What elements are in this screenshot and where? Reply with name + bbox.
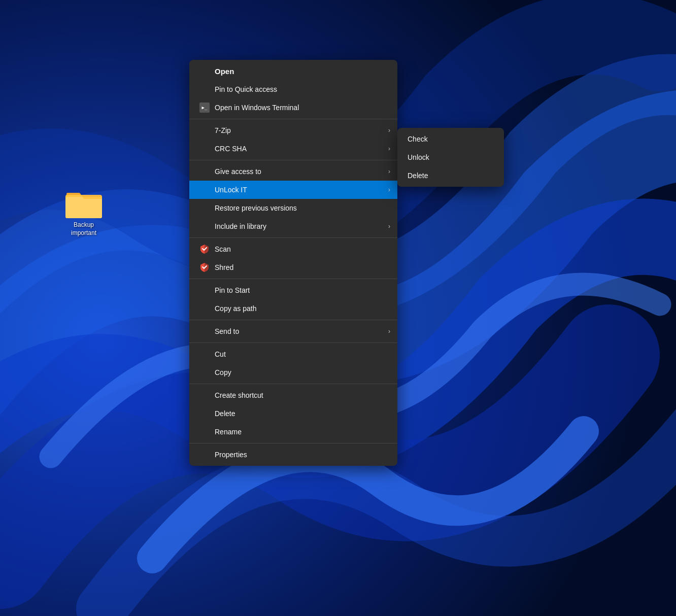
menu-icon-spacer	[199, 367, 210, 378]
terminal-icon: ▶_	[199, 102, 210, 113]
menu-item-copy[interactable]: Copy	[189, 363, 397, 382]
menu-item-open[interactable]: Open	[189, 62, 397, 80]
menu-item-label-crc-sha: CRC SHA	[215, 145, 387, 153]
menu-icon-spacer	[199, 349, 210, 359]
menu-icon-spacer	[199, 408, 210, 419]
menu-item-label-rename: Rename	[215, 428, 387, 436]
menu-icon-spacer	[199, 285, 210, 295]
menu-icon-spacer	[199, 125, 210, 135]
menu-separator	[189, 320, 397, 320]
menu-item-label-send-to: Send to	[215, 327, 387, 335]
menu-separator	[189, 279, 397, 279]
submenu-arrow-icon: ›	[388, 127, 390, 134]
menu-item-label-open-terminal: Open in Windows Terminal	[215, 104, 387, 112]
submenu-item-unlock[interactable]: Unlock	[397, 148, 504, 166]
mcafee-icon	[199, 262, 210, 272]
menu-item-label-cut: Cut	[215, 350, 387, 358]
menu-item-label-7zip: 7-Zip	[215, 126, 387, 134]
menu-item-label-pin-start: Pin to Start	[215, 286, 387, 294]
submenu-item-check[interactable]: Check	[397, 130, 504, 148]
menu-item-label-properties: Properties	[215, 451, 387, 459]
menu-item-label-copy: Copy	[215, 368, 387, 377]
mcafee-icon	[199, 244, 210, 254]
menu-separator	[189, 384, 397, 384]
menu-item-crc-sha[interactable]: CRC SHA›	[189, 140, 397, 158]
menu-item-label-delete: Delete	[215, 409, 387, 418]
menu-item-delete[interactable]: Delete	[189, 404, 397, 423]
menu-icon-spacer	[199, 303, 210, 314]
menu-separator	[189, 443, 397, 443]
menu-separator	[189, 119, 397, 119]
menu-icon-spacer	[199, 221, 210, 231]
menu-separator	[189, 343, 397, 343]
submenu-unlock-it: CheckUnlockDelete	[397, 128, 504, 187]
menu-icon-spacer	[199, 390, 210, 400]
submenu-arrow-icon: ›	[388, 186, 390, 193]
desktop-icon-backup[interactable]: Backup important	[61, 188, 107, 237]
menu-icon-spacer	[199, 450, 210, 460]
menu-item-pin-quick-access[interactable]: Pin to Quick access	[189, 80, 397, 98]
menu-item-label-scan: Scan	[215, 245, 387, 253]
menu-icon-spacer	[199, 185, 210, 195]
submenu-arrow-icon: ›	[388, 223, 390, 230]
menu-item-pin-start[interactable]: Pin to Start	[189, 281, 397, 299]
menu-item-unlock-it[interactable]: UnLock IT›	[189, 181, 397, 199]
menu-item-label-copy-as-path: Copy as path	[215, 304, 387, 313]
menu-item-shred[interactable]: Shred	[189, 258, 397, 277]
menu-item-7zip[interactable]: 7-Zip›	[189, 121, 397, 140]
submenu-arrow-icon: ›	[388, 328, 390, 335]
menu-item-label-open: Open	[215, 67, 387, 76]
menu-icon-spacer	[199, 203, 210, 213]
menu-icon-spacer	[199, 84, 210, 94]
menu-item-create-shortcut[interactable]: Create shortcut	[189, 386, 397, 404]
menu-item-cut[interactable]: Cut	[189, 345, 397, 363]
desktop-icon-label: Backup important	[61, 221, 107, 237]
menu-item-restore-versions[interactable]: Restore previous versions	[189, 199, 397, 217]
menu-icon-spacer	[199, 326, 210, 336]
submenu-arrow-icon: ›	[388, 168, 390, 175]
menu-item-send-to[interactable]: Send to›	[189, 322, 397, 340]
menu-item-rename[interactable]: Rename	[189, 423, 397, 441]
menu-separator	[189, 237, 397, 238]
menu-icon-spacer	[199, 144, 210, 154]
submenu-arrow-icon: ›	[388, 145, 390, 152]
menu-item-label-include-library: Include in library	[215, 222, 387, 230]
menu-item-label-shred: Shred	[215, 263, 387, 271]
menu-item-label-restore-versions: Restore previous versions	[215, 204, 387, 212]
menu-icon-spacer	[199, 427, 210, 437]
menu-item-label-create-shortcut: Create shortcut	[215, 391, 387, 399]
menu-item-label-unlock-it: UnLock IT	[215, 186, 387, 194]
folder-icon	[65, 188, 102, 218]
menu-icon-spacer	[199, 166, 210, 177]
menu-separator	[189, 160, 397, 160]
menu-item-properties[interactable]: Properties	[189, 446, 397, 464]
menu-item-give-access[interactable]: Give access to›	[189, 162, 397, 181]
menu-item-copy-as-path[interactable]: Copy as path	[189, 299, 397, 318]
menu-item-include-library[interactable]: Include in library›	[189, 217, 397, 235]
menu-item-open-terminal[interactable]: ▶_Open in Windows Terminal	[189, 98, 397, 117]
menu-item-scan[interactable]: Scan	[189, 240, 397, 258]
menu-item-label-give-access: Give access to	[215, 167, 387, 176]
menu-item-label-pin-quick-access: Pin to Quick access	[215, 85, 387, 93]
context-menu: OpenPin to Quick access▶_Open in Windows…	[189, 60, 397, 466]
submenu-item-delete[interactable]: Delete	[397, 166, 504, 185]
menu-icon-spacer	[199, 66, 210, 76]
